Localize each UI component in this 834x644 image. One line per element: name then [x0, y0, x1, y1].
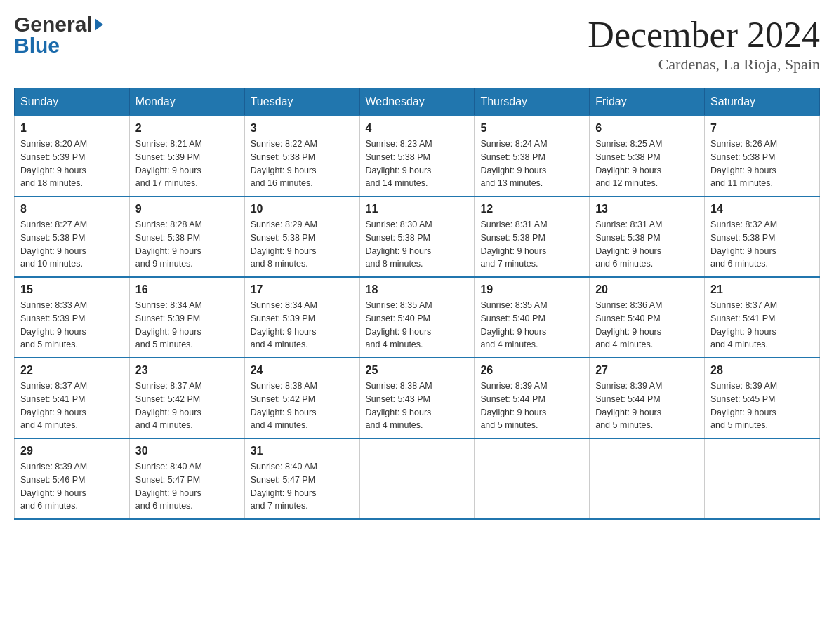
day-number: 8 [20, 203, 124, 215]
weekday-header-row: SundayMondayTuesdayWednesdayThursdayFrid… [15, 88, 820, 116]
day-number: 1 [20, 122, 124, 135]
calendar-cell: 22Sunrise: 8:37 AMSunset: 5:41 PMDayligh… [15, 358, 130, 438]
day-number: 18 [366, 283, 469, 296]
calendar-week-row: 22Sunrise: 8:37 AMSunset: 5:41 PMDayligh… [15, 358, 820, 438]
calendar-cell: 7Sunrise: 8:26 AMSunset: 5:38 PMDaylight… [705, 116, 820, 196]
day-info: Sunrise: 8:27 AMSunset: 5:38 PMDaylight:… [20, 218, 124, 271]
day-number: 4 [366, 122, 469, 135]
day-info: Sunrise: 8:37 AMSunset: 5:41 PMDaylight:… [710, 299, 814, 351]
logo: General Blue [14, 14, 103, 56]
day-number: 24 [251, 364, 354, 377]
calendar-cell: 5Sunrise: 8:24 AMSunset: 5:38 PMDaylight… [475, 116, 590, 196]
day-info: Sunrise: 8:40 AMSunset: 5:47 PMDaylight:… [251, 460, 354, 513]
day-number: 30 [135, 445, 239, 457]
day-info: Sunrise: 8:37 AMSunset: 5:42 PMDaylight:… [135, 380, 239, 432]
calendar-cell: 10Sunrise: 8:29 AMSunset: 5:38 PMDayligh… [244, 196, 359, 277]
day-info: Sunrise: 8:21 AMSunset: 5:39 PMDaylight:… [135, 137, 239, 190]
day-number: 23 [135, 364, 239, 377]
day-info: Sunrise: 8:25 AMSunset: 5:38 PMDaylight:… [595, 137, 699, 190]
day-info: Sunrise: 8:34 AMSunset: 5:39 PMDaylight:… [135, 299, 239, 351]
calendar-cell [705, 438, 820, 519]
calendar-cell [475, 438, 590, 519]
weekday-header-monday: Monday [129, 88, 244, 116]
calendar-cell: 2Sunrise: 8:21 AMSunset: 5:39 PMDaylight… [129, 116, 244, 196]
day-number: 19 [480, 283, 583, 296]
calendar-cell: 25Sunrise: 8:38 AMSunset: 5:43 PMDayligh… [359, 358, 475, 438]
calendar-cell: 26Sunrise: 8:39 AMSunset: 5:44 PMDayligh… [475, 358, 590, 438]
calendar-cell: 11Sunrise: 8:30 AMSunset: 5:38 PMDayligh… [359, 196, 475, 277]
calendar-week-row: 8Sunrise: 8:27 AMSunset: 5:38 PMDaylight… [15, 196, 820, 277]
calendar-cell [359, 438, 475, 519]
day-info: Sunrise: 8:29 AMSunset: 5:38 PMDaylight:… [251, 218, 354, 271]
calendar-cell: 12Sunrise: 8:31 AMSunset: 5:38 PMDayligh… [475, 196, 590, 277]
day-info: Sunrise: 8:31 AMSunset: 5:38 PMDaylight:… [595, 218, 699, 271]
day-number: 2 [135, 122, 239, 135]
day-info: Sunrise: 8:39 AMSunset: 5:44 PMDaylight:… [480, 380, 583, 432]
day-info: Sunrise: 8:34 AMSunset: 5:39 PMDaylight:… [251, 299, 354, 351]
day-number: 9 [135, 203, 239, 215]
calendar-table: SundayMondayTuesdayWednesdayThursdayFrid… [14, 88, 820, 520]
calendar-cell: 20Sunrise: 8:36 AMSunset: 5:40 PMDayligh… [590, 277, 705, 358]
day-number: 14 [710, 203, 814, 215]
day-number: 21 [710, 283, 814, 296]
calendar-cell: 23Sunrise: 8:37 AMSunset: 5:42 PMDayligh… [129, 358, 244, 438]
day-info: Sunrise: 8:36 AMSunset: 5:40 PMDaylight:… [595, 299, 699, 351]
calendar-cell: 21Sunrise: 8:37 AMSunset: 5:41 PMDayligh… [705, 277, 820, 358]
calendar-cell: 19Sunrise: 8:35 AMSunset: 5:40 PMDayligh… [475, 277, 590, 358]
day-number: 7 [710, 122, 814, 135]
day-info: Sunrise: 8:37 AMSunset: 5:41 PMDaylight:… [20, 380, 124, 432]
day-number: 22 [20, 364, 124, 377]
calendar-cell: 28Sunrise: 8:39 AMSunset: 5:45 PMDayligh… [705, 358, 820, 438]
calendar-cell: 15Sunrise: 8:33 AMSunset: 5:39 PMDayligh… [15, 277, 130, 358]
day-info: Sunrise: 8:33 AMSunset: 5:39 PMDaylight:… [20, 299, 124, 351]
day-number: 10 [251, 203, 354, 215]
day-number: 11 [366, 203, 469, 215]
day-number: 31 [251, 445, 354, 457]
day-info: Sunrise: 8:40 AMSunset: 5:47 PMDaylight:… [135, 460, 239, 513]
day-info: Sunrise: 8:22 AMSunset: 5:38 PMDaylight:… [251, 137, 354, 190]
day-number: 12 [480, 203, 583, 215]
weekday-header-friday: Friday [590, 88, 705, 116]
day-number: 15 [20, 283, 124, 296]
title-section: December 2024 Cardenas, La Rioja, Spain [588, 14, 820, 74]
day-info: Sunrise: 8:26 AMSunset: 5:38 PMDaylight:… [710, 137, 814, 190]
day-number: 25 [366, 364, 469, 377]
day-number: 28 [710, 364, 814, 377]
day-info: Sunrise: 8:39 AMSunset: 5:44 PMDaylight:… [595, 380, 699, 432]
calendar-cell: 1Sunrise: 8:20 AMSunset: 5:39 PMDaylight… [15, 116, 130, 196]
weekday-header-sunday: Sunday [15, 88, 130, 116]
calendar-cell: 18Sunrise: 8:35 AMSunset: 5:40 PMDayligh… [359, 277, 475, 358]
month-title: December 2024 [588, 14, 820, 55]
day-number: 16 [135, 283, 239, 296]
day-info: Sunrise: 8:38 AMSunset: 5:42 PMDaylight:… [251, 380, 354, 432]
day-info: Sunrise: 8:38 AMSunset: 5:43 PMDaylight:… [366, 380, 469, 432]
day-number: 17 [251, 283, 354, 296]
day-number: 5 [480, 122, 583, 135]
day-info: Sunrise: 8:20 AMSunset: 5:39 PMDaylight:… [20, 137, 124, 190]
calendar-week-row: 1Sunrise: 8:20 AMSunset: 5:39 PMDaylight… [15, 116, 820, 196]
calendar-cell: 24Sunrise: 8:38 AMSunset: 5:42 PMDayligh… [244, 358, 359, 438]
day-info: Sunrise: 8:24 AMSunset: 5:38 PMDaylight:… [480, 137, 583, 190]
calendar-cell: 17Sunrise: 8:34 AMSunset: 5:39 PMDayligh… [244, 277, 359, 358]
day-number: 3 [251, 122, 354, 135]
day-number: 29 [20, 445, 124, 457]
calendar-cell: 16Sunrise: 8:34 AMSunset: 5:39 PMDayligh… [129, 277, 244, 358]
day-info: Sunrise: 8:35 AMSunset: 5:40 PMDaylight:… [480, 299, 583, 351]
calendar-cell: 14Sunrise: 8:32 AMSunset: 5:38 PMDayligh… [705, 196, 820, 277]
day-info: Sunrise: 8:31 AMSunset: 5:38 PMDaylight:… [480, 218, 583, 271]
logo-blue: Blue [14, 34, 60, 57]
day-info: Sunrise: 8:39 AMSunset: 5:46 PMDaylight:… [20, 460, 124, 513]
logo-general: General [14, 14, 93, 35]
location-title: Cardenas, La Rioja, Spain [588, 55, 820, 74]
day-number: 13 [595, 203, 699, 215]
calendar-cell: 27Sunrise: 8:39 AMSunset: 5:44 PMDayligh… [590, 358, 705, 438]
weekday-header-thursday: Thursday [475, 88, 590, 116]
calendar-cell: 13Sunrise: 8:31 AMSunset: 5:38 PMDayligh… [590, 196, 705, 277]
day-number: 6 [595, 122, 699, 135]
weekday-header-saturday: Saturday [705, 88, 820, 116]
day-number: 20 [595, 283, 699, 296]
day-number: 26 [480, 364, 583, 377]
calendar-cell: 4Sunrise: 8:23 AMSunset: 5:38 PMDaylight… [359, 116, 475, 196]
calendar-cell [590, 438, 705, 519]
calendar-cell: 30Sunrise: 8:40 AMSunset: 5:47 PMDayligh… [129, 438, 244, 519]
